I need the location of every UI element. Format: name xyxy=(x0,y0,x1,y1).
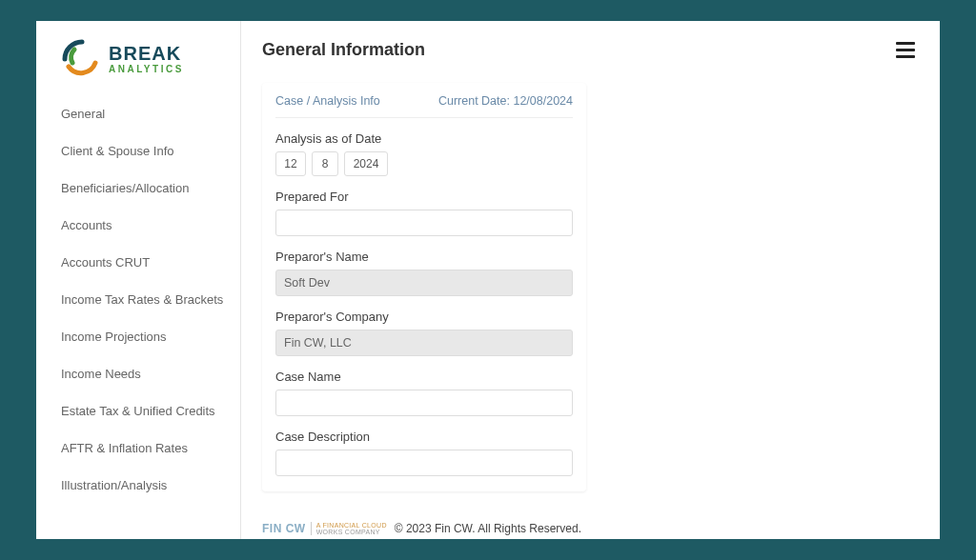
sidebar-item-income-projections[interactable]: Income Projections xyxy=(61,330,240,344)
footer: FIN CW A FINANCIAL CLOUD WORKS COMPANY ©… xyxy=(262,522,581,535)
sidebar-item-accounts-crut[interactable]: Accounts CRUT xyxy=(61,255,240,270)
preparor-name-label: Preparor's Name xyxy=(275,250,573,264)
sidebar-item-estate-tax[interactable]: Estate Tax & Unified Credits xyxy=(61,404,240,418)
preparor-company-input xyxy=(275,330,573,356)
prepared-for-label: Prepared For xyxy=(275,190,573,204)
date-day-input[interactable] xyxy=(312,151,338,176)
case-description-label: Case Description xyxy=(275,430,573,444)
footer-logo: FIN CW A FINANCIAL CLOUD WORKS COMPANY xyxy=(262,522,387,535)
prepared-for-input[interactable] xyxy=(275,210,573,236)
date-month-input[interactable] xyxy=(275,151,306,176)
date-row xyxy=(275,151,573,176)
sidebar-item-accounts[interactable]: Accounts xyxy=(61,218,240,232)
sidebar-item-aftr-inflation[interactable]: AFTR & Inflation Rates xyxy=(61,441,240,455)
sidebar-item-income-needs[interactable]: Income Needs xyxy=(61,367,240,381)
footer-tagline: A FINANCIAL CLOUD WORKS COMPANY xyxy=(311,522,387,535)
case-info-card: Case / Analysis Info Current Date: 12/08… xyxy=(262,83,586,491)
sidebar-item-income-tax[interactable]: Income Tax Rates & Brackets xyxy=(61,292,240,307)
preparor-name-group: Preparor's Name xyxy=(275,250,573,296)
case-description-input[interactable] xyxy=(275,450,573,476)
copyright-text: © 2023 Fin CW. All Rights Reserved. xyxy=(395,522,581,535)
preparor-name-input xyxy=(275,270,573,296)
page-header: General Information xyxy=(262,38,919,62)
case-description-group: Case Description xyxy=(275,430,573,476)
sidebar-item-beneficiaries[interactable]: Beneficiaries/Allocation xyxy=(61,181,240,195)
analysis-date-group: Analysis as of Date xyxy=(275,131,573,176)
main-content: General Information Case / Analysis Info… xyxy=(241,21,940,539)
case-name-input[interactable] xyxy=(275,390,573,416)
app-window: BREAK ANALYTICS General Client & Spouse … xyxy=(36,21,940,539)
logo-icon xyxy=(61,38,103,80)
case-name-group: Case Name xyxy=(275,370,573,416)
date-year-input[interactable] xyxy=(344,151,388,176)
current-date-label: Current Date: 12/08/2024 xyxy=(438,94,573,108)
section-title: Case / Analysis Info xyxy=(275,94,380,108)
menu-icon[interactable] xyxy=(892,38,919,62)
preparor-company-group: Preparor's Company xyxy=(275,310,573,356)
card-header: Case / Analysis Info Current Date: 12/08… xyxy=(275,94,573,118)
sidebar-item-client-spouse[interactable]: Client & Spouse Info xyxy=(61,144,240,158)
analysis-date-label: Analysis as of Date xyxy=(275,131,573,146)
case-name-label: Case Name xyxy=(275,370,573,384)
sidebar: BREAK ANALYTICS General Client & Spouse … xyxy=(36,21,241,539)
prepared-for-group: Prepared For xyxy=(275,190,573,236)
logo-sub: ANALYTICS xyxy=(109,65,184,74)
logo-main: BREAK xyxy=(109,44,184,63)
preparor-company-label: Preparor's Company xyxy=(275,310,573,324)
page-title: General Information xyxy=(262,40,425,60)
logo-text: BREAK ANALYTICS xyxy=(109,44,184,74)
footer-brand: FIN CW xyxy=(262,522,306,535)
brand-logo[interactable]: BREAK ANALYTICS xyxy=(61,38,240,80)
sidebar-item-illustration[interactable]: Illustration/Analysis xyxy=(61,478,240,492)
sidebar-item-general[interactable]: General xyxy=(61,107,240,121)
